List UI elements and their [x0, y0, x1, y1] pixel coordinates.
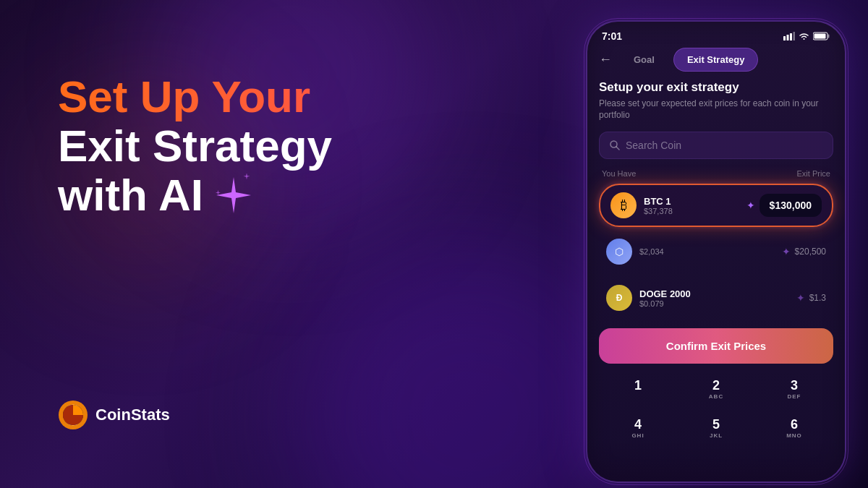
- status-bar: 7:01: [587, 22, 845, 48]
- eth-exit-price-container: ✦ $20,500: [782, 246, 826, 257]
- phone-bottom-fade: [587, 438, 845, 481]
- btc-name: BTC 1: [644, 196, 746, 207]
- eth-icon: ⬡: [606, 239, 632, 265]
- btc-exit-price-container: ✦ $130,000: [746, 194, 822, 217]
- btc-exit-price-box[interactable]: $130,000: [760, 194, 822, 217]
- phone-nav: ← Goal Exit Strategy: [587, 48, 845, 80]
- eth-info: $2,034: [639, 247, 782, 256]
- phone-frame: 7:01: [586, 20, 846, 483]
- left-panel: Set Up Your Exit Strategy with AI: [0, 0, 564, 488]
- doge-exit-price-container: ✦ $1.3: [796, 292, 826, 304]
- svg-rect-6: [790, 33, 792, 40]
- eth-exit-price[interactable]: $20,500: [795, 247, 826, 257]
- signal-icon: [783, 32, 795, 40]
- doge-exit-price[interactable]: $1.3: [809, 293, 826, 303]
- wifi-icon: [799, 32, 809, 40]
- search-icon: [610, 140, 620, 150]
- brand-logo: CoinStats: [58, 400, 564, 430]
- headline-line2: Exit Strategy: [58, 121, 564, 171]
- svg-rect-9: [828, 34, 830, 38]
- numpad-2[interactable]: 2ABC: [677, 369, 755, 408]
- confirm-exit-button[interactable]: Confirm Exit Prices: [599, 328, 833, 364]
- search-placeholder: Search Coin: [626, 140, 681, 151]
- search-bar[interactable]: Search Coin: [599, 132, 833, 159]
- phone-content: Setup your exit strategy Please set your…: [587, 80, 845, 448]
- ai-sparkle-eth: ✦: [782, 246, 791, 257]
- headline-line1: Set Up Your: [58, 72, 564, 121]
- headline-line3: with AI: [58, 171, 564, 220]
- sparkle-icon: [212, 174, 255, 217]
- svg-rect-10: [814, 33, 826, 38]
- brand-name: CoinStats: [95, 406, 170, 424]
- doge-info: DOGE 2000 $0.079: [639, 288, 796, 308]
- coin-row-btc[interactable]: ₿ BTC 1 $37,378 ✦ $130,000: [599, 184, 833, 227]
- doge-name: DOGE 2000: [639, 288, 796, 299]
- coinstats-logo-icon: [58, 400, 88, 430]
- btc-info: BTC 1 $37,378: [644, 196, 746, 215]
- right-panel: 7:01: [564, 0, 868, 488]
- col-header-exit: Exit Price: [797, 169, 830, 178]
- setup-subtitle: Please set your expected exit prices for…: [599, 98, 833, 122]
- setup-title: Setup your exit strategy: [599, 80, 833, 95]
- doge-price: $0.079: [639, 299, 796, 308]
- tab-exit-strategy[interactable]: Exit Strategy: [673, 48, 758, 72]
- back-button[interactable]: ←: [599, 52, 612, 67]
- numpad-1[interactable]: 1: [599, 369, 677, 408]
- phone-mockup: 7:01: [586, 20, 846, 483]
- btc-price: $37,378: [644, 207, 746, 215]
- coin-row-eth[interactable]: ⬡ $2,034 ✦ $20,500: [599, 230, 833, 273]
- table-header: You Have Exit Price: [599, 169, 833, 184]
- status-icons: [783, 32, 830, 40]
- headline-block: Set Up Your Exit Strategy with AI: [58, 72, 564, 221]
- ai-sparkle-doge: ✦: [796, 292, 805, 304]
- eth-price: $2,034: [639, 247, 782, 256]
- col-header-have: You Have: [602, 169, 636, 178]
- tab-goal[interactable]: Goal: [621, 48, 668, 71]
- ai-sparkle-btc: ✦: [746, 200, 755, 211]
- svg-rect-7: [793, 32, 796, 40]
- doge-icon: Ð: [606, 285, 632, 311]
- btc-icon: ₿: [610, 192, 637, 218]
- svg-line-12: [616, 147, 619, 150]
- numpad-3[interactable]: 3DEF: [755, 369, 833, 408]
- coin-row-doge[interactable]: Ð DOGE 2000 $0.079 ✦ $1.3: [599, 276, 833, 320]
- svg-rect-5: [787, 35, 789, 40]
- battery-icon: [813, 32, 830, 40]
- status-time: 7:01: [602, 30, 622, 42]
- svg-rect-4: [783, 36, 786, 40]
- numpad: 1 2ABC 3DEF 4GHI 5JKL 6MNO: [599, 369, 833, 448]
